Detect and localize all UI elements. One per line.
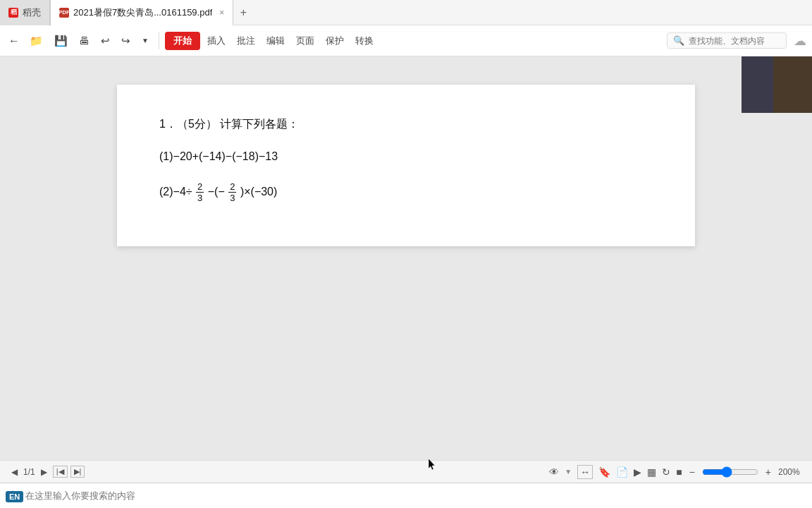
bottom-bar: ◀ 1/1 ▶ |◀ ▶| 👁 ▼ ↔ 🔖 📄 ▶ ▦ ↻ ■ − + 200% bbox=[0, 460, 812, 483]
prev-page-button[interactable]: ◀ bbox=[8, 466, 20, 478]
fraction-2: 2 3 bbox=[228, 181, 236, 204]
problem-sub1: (1)−20+(−14)−(−18)−13 bbox=[159, 147, 653, 167]
windows-search-bar[interactable]: 🔍 bbox=[0, 483, 812, 508]
start-button[interactable]: 开始 bbox=[165, 32, 200, 50]
comment-button[interactable]: 批注 bbox=[233, 32, 259, 50]
bottom-tools: 👁 ▼ ↔ 🔖 📄 ▶ ▦ ↻ ■ − + 200% bbox=[549, 465, 804, 479]
windows-search-input[interactable] bbox=[25, 490, 804, 501]
toolbar: ← 📁 💾 🖶 ↩ ↪ ▼ 开始 插入 批注 编辑 页面 保护 转换 🔍 ☁ bbox=[0, 25, 812, 56]
page-number: 1/1 bbox=[23, 467, 35, 477]
video-overlay bbox=[742, 56, 812, 113]
cloud-icon: ☁ bbox=[794, 33, 806, 49]
frac1-numerator: 2 bbox=[196, 181, 204, 193]
sub2-middle: −(− bbox=[208, 186, 225, 198]
view-dropdown[interactable]: ▼ bbox=[565, 468, 572, 476]
view-icon[interactable]: 👁 bbox=[549, 466, 559, 478]
sub1-text: (1)−20+(−14)−(−18)−13 bbox=[159, 150, 278, 162]
toolbar-separator bbox=[159, 32, 159, 49]
save-button[interactable]: 💾 bbox=[50, 32, 72, 50]
tab-daoke[interactable]: 稻 稻壳 bbox=[0, 0, 50, 25]
insert-button[interactable]: 插入 bbox=[203, 32, 230, 50]
main-area: 1．（5分） 计算下列各题： (1)−20+(−14)−(−18)−13 (2)… bbox=[0, 56, 812, 460]
svg-rect-4 bbox=[773, 56, 812, 113]
tab-add-button[interactable]: + bbox=[233, 3, 253, 23]
convert-button[interactable]: 转换 bbox=[351, 32, 378, 50]
frac1-denominator: 3 bbox=[196, 193, 204, 204]
next-page-button[interactable]: ▶ bbox=[38, 466, 50, 478]
play-icon[interactable]: ▶ bbox=[634, 466, 641, 478]
print-button[interactable]: 🖶 bbox=[75, 32, 94, 49]
tab-pdf[interactable]: PDF 2021暑假7数尖青岛...0161159.pdf × bbox=[50, 0, 233, 25]
problem-title: 1．（5分） 计算下列各题： bbox=[159, 113, 653, 135]
first-page-button[interactable]: |◀ bbox=[53, 466, 68, 478]
fit-width-icon[interactable]: ↔ bbox=[577, 465, 593, 479]
daoke-icon: 稻 bbox=[8, 8, 18, 18]
edit-button[interactable]: 编辑 bbox=[262, 32, 289, 50]
search-icon: 🔍 bbox=[673, 35, 684, 46]
pdf-icon: PDF bbox=[59, 8, 69, 18]
sub2-prefix: (2)−4÷ bbox=[159, 186, 192, 198]
page-nav: ◀ 1/1 ▶ |◀ ▶| bbox=[8, 466, 85, 478]
sub2-suffix: )×(−30) bbox=[240, 186, 277, 198]
title-bar: 稻 稻壳 PDF 2021暑假7数尖青岛...0161159.pdf × + bbox=[0, 0, 812, 25]
note-icon[interactable]: 📄 bbox=[616, 466, 628, 478]
rotate-icon[interactable]: ↻ bbox=[662, 466, 670, 478]
search-input[interactable] bbox=[689, 36, 780, 46]
pdf-page: 1．（5分） 计算下列各题： (1)−20+(−14)−(−18)−13 (2)… bbox=[117, 85, 695, 246]
fraction-1: 2 3 bbox=[196, 181, 204, 204]
tab-daoke-label: 稻壳 bbox=[23, 6, 41, 19]
crop-icon[interactable]: ▦ bbox=[647, 466, 656, 478]
frac2-denominator: 3 bbox=[228, 193, 236, 204]
zoom-out-button[interactable]: − bbox=[688, 466, 696, 478]
dropdown-button[interactable]: ▼ bbox=[137, 34, 153, 47]
search-bar[interactable]: 🔍 bbox=[667, 32, 787, 49]
tool3-icon[interactable]: ■ bbox=[676, 466, 682, 478]
zoom-level: 200% bbox=[778, 467, 804, 477]
frac2-numerator: 2 bbox=[228, 181, 236, 193]
person-video bbox=[742, 56, 812, 113]
problem-sub2: (2)−4÷ 2 3 −(− 2 3 )×(−30) bbox=[159, 181, 653, 204]
tab-close-button[interactable]: × bbox=[219, 8, 224, 18]
zoom-in-button[interactable]: + bbox=[764, 466, 773, 478]
page-button[interactable]: 页面 bbox=[292, 32, 319, 50]
lang-badge[interactable]: EN bbox=[6, 491, 23, 502]
file-open-button[interactable]: 📁 bbox=[25, 32, 47, 50]
tab-pdf-label: 2021暑假7数尖青岛...0161159.pdf bbox=[73, 6, 212, 19]
bookmark-icon[interactable]: 🔖 bbox=[598, 466, 610, 478]
last-page-button[interactable]: ▶| bbox=[70, 466, 85, 478]
zoom-slider[interactable] bbox=[702, 466, 758, 478]
pdf-wrapper: 1．（5分） 计算下列各题： (1)−20+(−14)−(−18)−13 (2)… bbox=[0, 56, 812, 274]
protect-button[interactable]: 保护 bbox=[321, 32, 348, 50]
undo-button[interactable]: ↩ bbox=[97, 32, 114, 50]
nav-back-button[interactable]: ← bbox=[6, 35, 23, 47]
svg-rect-3 bbox=[742, 56, 773, 113]
redo-button[interactable]: ↪ bbox=[117, 32, 135, 50]
